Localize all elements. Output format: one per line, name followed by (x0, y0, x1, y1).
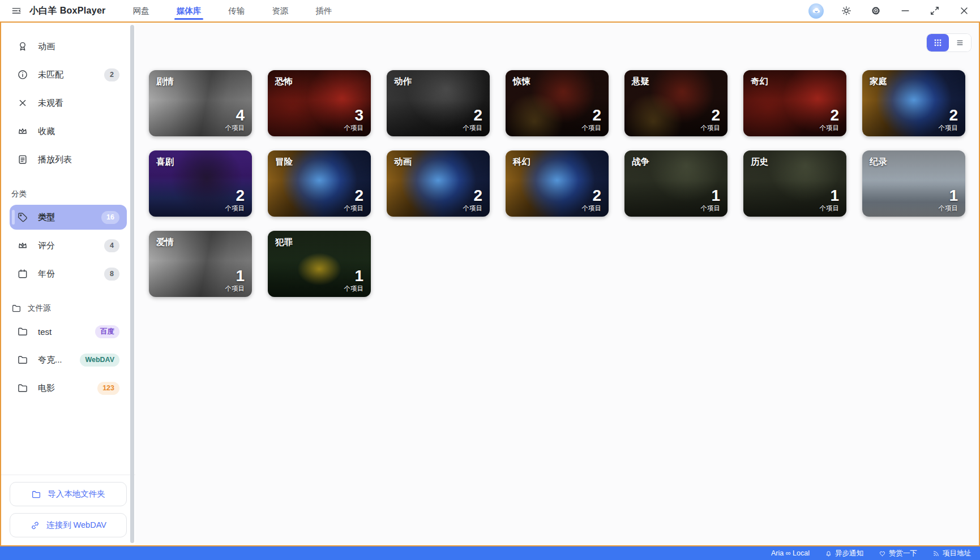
sidebar-item-source[interactable]: 夸克... WebDAV (10, 347, 127, 372)
grid-view-button[interactable] (927, 34, 949, 51)
category-card[interactable]: 历史 1 个项目 (743, 150, 846, 217)
category-icon (17, 212, 28, 223)
category-card-grid: 剧情 4 个项目 恐怖 3 个项目 动作 (149, 70, 971, 297)
category-card[interactable]: 动作 2 个项目 (387, 70, 490, 136)
sidebar-item-label: test (38, 327, 52, 337)
sidebar-footer-button[interactable]: 导入本地文件夹 (10, 482, 127, 506)
sidebar-item-label: 年份 (38, 269, 55, 279)
sidebar-scrollbar[interactable] (130, 25, 134, 543)
sidebar-item-label: 收藏 (38, 126, 55, 137)
category-card[interactable]: 奇幻 2 个项目 (743, 70, 846, 136)
sidebar-item[interactable]: 播放列表 (10, 147, 127, 172)
statusbar-item[interactable]: 项目地址 (932, 549, 971, 558)
card-count: 1 个项目 (939, 188, 958, 212)
nav-tab[interactable]: 传输 (228, 0, 245, 21)
folder-icon (17, 326, 28, 337)
sidebar-footer-button[interactable]: 连接到 WebDAV (10, 513, 127, 537)
settings-button[interactable] (869, 4, 883, 18)
statusbar: Aria ∞ Local 异步通知 赞赏一下 项目地址 (0, 546, 980, 560)
card-count-unit: 个项目 (939, 205, 958, 212)
footer-button-label: 连接到 WebDAV (46, 520, 106, 531)
fullscreen-button[interactable] (928, 4, 942, 18)
card-title: 惊悚 (513, 76, 530, 88)
sidebar-item[interactable]: 收藏 (10, 119, 127, 144)
category-card[interactable]: 剧情 4 个项目 (149, 70, 252, 136)
card-title: 动画 (394, 156, 412, 168)
minimize-icon (900, 5, 911, 16)
sidebar-item-label: 评分 (38, 240, 55, 251)
statusbar-item[interactable]: 异步通知 (825, 549, 863, 558)
sidebar-item-category[interactable]: 年份 8 (10, 261, 127, 286)
category-card[interactable]: 动画 2 个项目 (387, 150, 490, 217)
card-count: 1 个项目 (701, 188, 721, 212)
footer-button-label: 导入本地文件夹 (48, 489, 105, 499)
category-card[interactable]: 喜剧 2 个项目 (149, 150, 252, 217)
card-title: 纪录 (870, 156, 887, 168)
cloud-avatar[interactable] (808, 3, 824, 19)
source-type-badge: 123 (97, 382, 119, 395)
card-count-unit: 个项目 (344, 125, 364, 132)
card-count-number: 2 (463, 107, 483, 123)
sidebar-item-category[interactable]: 类型 16 (10, 205, 127, 230)
card-count-unit: 个项目 (463, 205, 483, 212)
card-title: 奇幻 (751, 76, 768, 88)
card-count: 1 个项目 (225, 268, 245, 292)
card-count-unit: 个项目 (701, 125, 721, 132)
category-card[interactable]: 爱情 1 个项目 (149, 231, 252, 297)
card-title: 恐怖 (275, 76, 293, 88)
nav-tab[interactable]: 插件 (315, 0, 332, 21)
sidebar-item-source[interactable]: test 百度 (10, 319, 127, 344)
card-count: 2 个项目 (820, 107, 840, 132)
card-title: 犯罪 (275, 236, 293, 248)
category-card[interactable]: 悬疑 2 个项目 (624, 70, 727, 136)
section-header-categories: 分类 (11, 189, 125, 199)
sidebar-item-category[interactable]: 评分 4 (10, 233, 127, 258)
category-card[interactable]: 科幻 2 个项目 (506, 150, 609, 217)
close-button[interactable] (957, 4, 971, 18)
card-count-unit: 个项目 (939, 125, 958, 132)
sidebar-item-label: 动画 (38, 41, 55, 52)
list-view-button[interactable] (949, 34, 971, 51)
category-card[interactable]: 战争 1 个项目 (624, 150, 727, 217)
category-card[interactable]: 冒险 2 个项目 (268, 150, 371, 217)
nav-tab[interactable]: 媒体库 (177, 0, 202, 21)
theme-toggle-button[interactable] (840, 4, 853, 18)
section-header-sources: 文件源 (11, 303, 125, 313)
card-count-unit: 个项目 (820, 125, 840, 132)
minimize-button[interactable] (898, 4, 912, 18)
card-count: 2 个项目 (463, 107, 483, 132)
statusbar-item-icon (879, 550, 886, 557)
card-count-number: 2 (582, 107, 602, 123)
category-card[interactable]: 家庭 2 个项目 (862, 70, 965, 136)
count-badge: 4 (104, 239, 119, 252)
card-count: 2 个项目 (582, 188, 602, 212)
sidebar-item-label: 夸克... (38, 355, 62, 365)
statusbar-item[interactable]: 赞赏一下 (879, 549, 917, 558)
card-count-number: 1 (225, 268, 245, 284)
nav-tab[interactable]: 网盘 (133, 0, 149, 21)
card-count-number: 2 (225, 188, 245, 204)
category-card[interactable]: 惊悚 2 个项目 (506, 70, 609, 136)
sidebar-item[interactable]: 动画 (10, 34, 127, 59)
sidebar-collapse-button[interactable] (9, 3, 24, 18)
category-card[interactable]: 犯罪 1 个项目 (268, 231, 371, 297)
sidebar: 动画 未匹配 2 未观看 收藏 (1, 23, 135, 545)
card-count-number: 2 (820, 107, 840, 123)
sidebar-item-source[interactable]: 电影 123 (10, 376, 127, 400)
card-count: 2 个项目 (939, 107, 958, 132)
sidebar-item[interactable]: 未匹配 2 (10, 62, 127, 87)
statusbar-item[interactable]: Aria ∞ Local (771, 549, 810, 557)
card-count: 2 个项目 (701, 107, 721, 132)
media-library-main: 剧情 4 个项目 恐怖 3 个项目 动作 (135, 23, 979, 545)
card-count: 1 个项目 (820, 188, 840, 212)
category-card[interactable]: 纪录 1 个项目 (862, 150, 965, 217)
sidebar-item[interactable]: 未观看 (10, 91, 127, 115)
card-title: 战争 (632, 156, 649, 168)
nav-tab[interactable]: 资源 (272, 0, 288, 21)
card-count-unit: 个项目 (463, 125, 483, 132)
gear-icon (870, 5, 881, 16)
cloud-icon (811, 5, 822, 16)
category-card[interactable]: 恐怖 3 个项目 (268, 70, 371, 136)
statusbar-item-icon (825, 550, 832, 557)
source-type-badge: WebDAV (80, 354, 119, 367)
